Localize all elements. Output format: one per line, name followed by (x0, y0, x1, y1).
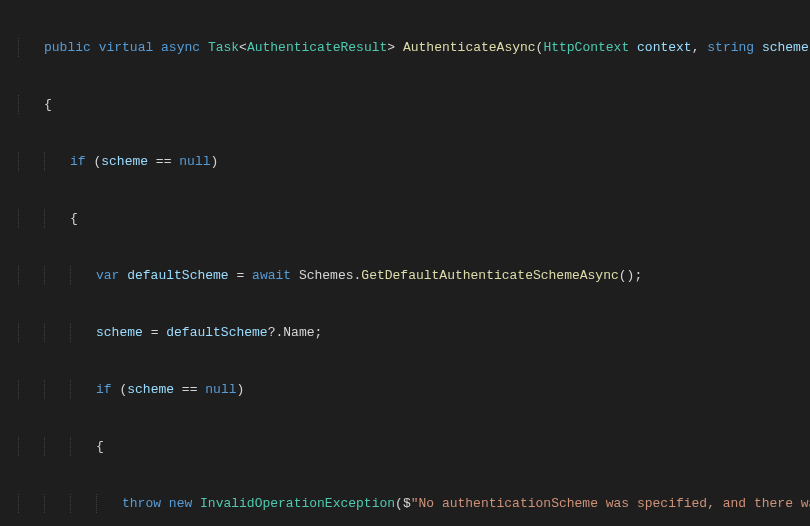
code-line[interactable]: { (18, 437, 810, 456)
code-line[interactable]: if (scheme == null) (18, 152, 810, 171)
code-editor[interactable]: public virtual async Task<AuthenticateRe… (0, 0, 810, 526)
code-line[interactable]: var defaultScheme = await Schemes.GetDef… (18, 266, 810, 285)
code-line[interactable]: { (18, 95, 810, 114)
code-line[interactable]: if (scheme == null) (18, 380, 810, 399)
code-line[interactable]: public virtual async Task<AuthenticateRe… (18, 38, 810, 57)
code-line[interactable]: throw new InvalidOperationException($"No… (18, 494, 810, 513)
code-line[interactable]: scheme = defaultScheme?.Name; (18, 323, 810, 342)
code-line[interactable]: { (18, 209, 810, 228)
